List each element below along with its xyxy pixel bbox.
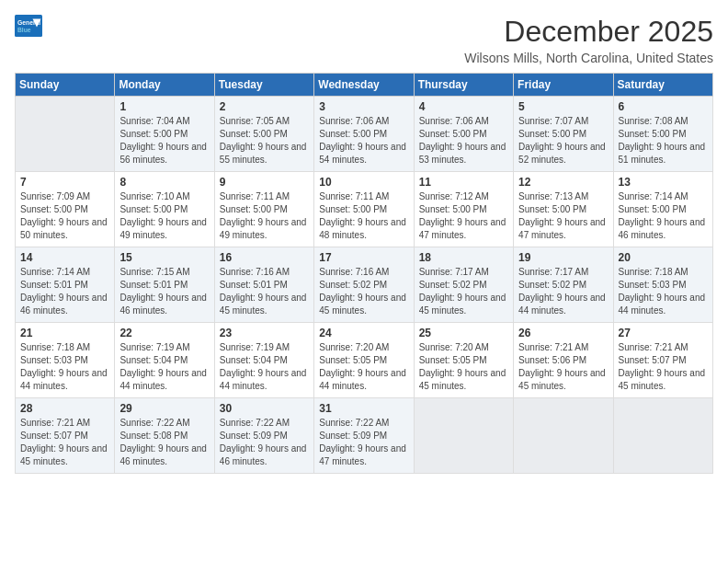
day-number: 23 [220, 327, 309, 339]
day-info: Sunrise: 7:16 AMSunset: 5:01 PMDaylight:… [220, 266, 309, 317]
day-cell-15: 15Sunrise: 7:15 AMSunset: 5:01 PMDayligh… [115, 247, 214, 323]
day-cell-20: 20Sunrise: 7:18 AMSunset: 5:03 PMDayligh… [613, 247, 712, 323]
day-cell-16: 16Sunrise: 7:16 AMSunset: 5:01 PMDayligh… [214, 247, 313, 323]
day-number: 30 [220, 402, 309, 415]
day-cell-18: 18Sunrise: 7:17 AMSunset: 5:02 PMDayligh… [414, 247, 513, 323]
day-cell-25: 25Sunrise: 7:20 AMSunset: 5:05 PMDayligh… [414, 323, 513, 398]
day-cell-13: 13Sunrise: 7:14 AMSunset: 5:00 PMDayligh… [613, 172, 712, 247]
day-number: 15 [119, 251, 209, 264]
weekday-header-wednesday: Wednesday [314, 74, 414, 97]
day-cell-4: 4Sunrise: 7:06 AMSunset: 5:00 PMDaylight… [414, 97, 513, 172]
day-info: Sunrise: 7:22 AMSunset: 5:09 PMDaylight:… [220, 417, 309, 468]
day-info: Sunrise: 7:11 AMSunset: 5:00 PMDaylight:… [220, 190, 309, 242]
day-info: Sunrise: 7:06 AMSunset: 5:00 PMDaylight:… [419, 115, 508, 167]
day-number: 1 [119, 100, 209, 113]
day-info: Sunrise: 7:20 AMSunset: 5:05 PMDaylight:… [419, 341, 508, 393]
day-info: Sunrise: 7:09 AMSunset: 5:00 PMDaylight:… [20, 190, 109, 242]
weekday-header-friday: Friday [514, 74, 613, 97]
day-cell-17: 17Sunrise: 7:16 AMSunset: 5:02 PMDayligh… [314, 247, 414, 323]
day-number: 6 [619, 100, 708, 113]
weekday-header-thursday: Thursday [414, 74, 513, 97]
day-info: Sunrise: 7:12 AMSunset: 5:00 PMDaylight:… [419, 190, 508, 242]
day-cell-6: 6Sunrise: 7:08 AMSunset: 5:00 PMDaylight… [613, 97, 712, 172]
day-number: 11 [419, 176, 508, 189]
day-cell-11: 11Sunrise: 7:12 AMSunset: 5:00 PMDayligh… [414, 172, 513, 247]
day-cell-30: 30Sunrise: 7:22 AMSunset: 5:09 PMDayligh… [214, 398, 313, 474]
day-info: Sunrise: 7:22 AMSunset: 5:08 PMDaylight:… [119, 417, 209, 468]
empty-cell [16, 97, 115, 172]
day-number: 24 [319, 327, 408, 339]
day-info: Sunrise: 7:20 AMSunset: 5:05 PMDaylight:… [319, 341, 408, 393]
day-cell-31: 31Sunrise: 7:22 AMSunset: 5:09 PMDayligh… [314, 398, 414, 474]
svg-text:Blue: Blue [17, 27, 31, 33]
day-cell-12: 12Sunrise: 7:13 AMSunset: 5:00 PMDayligh… [514, 172, 613, 247]
calendar-table: SundayMondayTuesdayWednesdayThursdayFrid… [15, 73, 713, 474]
day-number: 7 [20, 176, 109, 189]
svg-text:General: General [17, 19, 40, 26]
day-cell-14: 14Sunrise: 7:14 AMSunset: 5:01 PMDayligh… [16, 247, 115, 323]
day-number: 25 [419, 327, 508, 339]
day-info: Sunrise: 7:06 AMSunset: 5:00 PMDaylight:… [319, 115, 408, 167]
day-cell-24: 24Sunrise: 7:20 AMSunset: 5:05 PMDayligh… [314, 323, 414, 398]
empty-cell [613, 398, 712, 474]
day-number: 8 [119, 176, 209, 189]
day-number: 12 [518, 176, 608, 189]
day-number: 9 [220, 176, 309, 189]
day-info: Sunrise: 7:15 AMSunset: 5:01 PMDaylight:… [119, 266, 209, 317]
day-cell-28: 28Sunrise: 7:21 AMSunset: 5:07 PMDayligh… [16, 398, 115, 474]
day-info: Sunrise: 7:19 AMSunset: 5:04 PMDaylight:… [119, 341, 209, 393]
day-info: Sunrise: 7:18 AMSunset: 5:03 PMDaylight:… [619, 266, 708, 317]
day-cell-9: 9Sunrise: 7:11 AMSunset: 5:00 PMDaylight… [214, 172, 313, 247]
day-cell-21: 21Sunrise: 7:18 AMSunset: 5:03 PMDayligh… [16, 323, 115, 398]
weekday-header-saturday: Saturday [613, 74, 712, 97]
day-number: 13 [619, 176, 708, 189]
weekday-header-sunday: Sunday [16, 74, 115, 97]
day-cell-27: 27Sunrise: 7:21 AMSunset: 5:07 PMDayligh… [613, 323, 712, 398]
day-info: Sunrise: 7:14 AMSunset: 5:00 PMDaylight:… [619, 190, 708, 242]
day-info: Sunrise: 7:19 AMSunset: 5:04 PMDaylight:… [220, 341, 309, 393]
day-info: Sunrise: 7:22 AMSunset: 5:09 PMDaylight:… [319, 417, 408, 468]
day-cell-22: 22Sunrise: 7:19 AMSunset: 5:04 PMDayligh… [115, 323, 214, 398]
day-info: Sunrise: 7:16 AMSunset: 5:02 PMDaylight:… [319, 266, 408, 317]
day-number: 27 [619, 327, 708, 339]
weekday-header-row: SundayMondayTuesdayWednesdayThursdayFrid… [16, 74, 713, 97]
day-cell-8: 8Sunrise: 7:10 AMSunset: 5:00 PMDaylight… [115, 172, 214, 247]
day-number: 20 [619, 251, 708, 264]
day-number: 5 [518, 100, 608, 113]
day-cell-3: 3Sunrise: 7:06 AMSunset: 5:00 PMDaylight… [314, 97, 414, 172]
location: Wilsons Mills, North Carolina, United St… [464, 51, 713, 65]
day-number: 26 [518, 327, 608, 339]
calendar-week-5: 28Sunrise: 7:21 AMSunset: 5:07 PMDayligh… [16, 398, 713, 474]
day-number: 29 [119, 402, 209, 415]
day-cell-10: 10Sunrise: 7:11 AMSunset: 5:00 PMDayligh… [314, 172, 414, 247]
day-number: 3 [319, 100, 408, 113]
day-info: Sunrise: 7:14 AMSunset: 5:01 PMDaylight:… [20, 266, 109, 317]
day-cell-19: 19Sunrise: 7:17 AMSunset: 5:02 PMDayligh… [514, 247, 613, 323]
title-block: December 2025 Wilsons Mills, North Carol… [464, 15, 713, 65]
logo-icon: General Blue [15, 15, 42, 37]
day-number: 28 [20, 402, 109, 415]
day-number: 22 [119, 327, 209, 339]
day-cell-7: 7Sunrise: 7:09 AMSunset: 5:00 PMDaylight… [16, 172, 115, 247]
day-info: Sunrise: 7:17 AMSunset: 5:02 PMDaylight:… [518, 266, 608, 317]
day-cell-29: 29Sunrise: 7:22 AMSunset: 5:08 PMDayligh… [115, 398, 214, 474]
empty-cell [414, 398, 513, 474]
day-info: Sunrise: 7:08 AMSunset: 5:00 PMDaylight:… [619, 115, 708, 167]
day-number: 10 [319, 176, 408, 189]
svg-rect-0 [15, 15, 42, 37]
day-number: 4 [419, 100, 508, 113]
day-cell-23: 23Sunrise: 7:19 AMSunset: 5:04 PMDayligh… [214, 323, 313, 398]
day-info: Sunrise: 7:04 AMSunset: 5:00 PMDaylight:… [119, 115, 209, 167]
day-info: Sunrise: 7:13 AMSunset: 5:00 PMDaylight:… [518, 190, 608, 242]
day-number: 21 [20, 327, 109, 339]
day-info: Sunrise: 7:17 AMSunset: 5:02 PMDaylight:… [419, 266, 508, 317]
page-header: General Blue December 2025 Wilsons Mills… [15, 15, 713, 65]
day-number: 18 [419, 251, 508, 264]
calendar-week-4: 21Sunrise: 7:18 AMSunset: 5:03 PMDayligh… [16, 323, 713, 398]
day-cell-2: 2Sunrise: 7:05 AMSunset: 5:00 PMDaylight… [214, 97, 313, 172]
day-info: Sunrise: 7:21 AMSunset: 5:07 PMDaylight:… [619, 341, 708, 393]
calendar-week-3: 14Sunrise: 7:14 AMSunset: 5:01 PMDayligh… [16, 247, 713, 323]
day-info: Sunrise: 7:07 AMSunset: 5:00 PMDaylight:… [518, 115, 608, 167]
day-info: Sunrise: 7:11 AMSunset: 5:00 PMDaylight:… [319, 190, 408, 242]
day-number: 14 [20, 251, 109, 264]
